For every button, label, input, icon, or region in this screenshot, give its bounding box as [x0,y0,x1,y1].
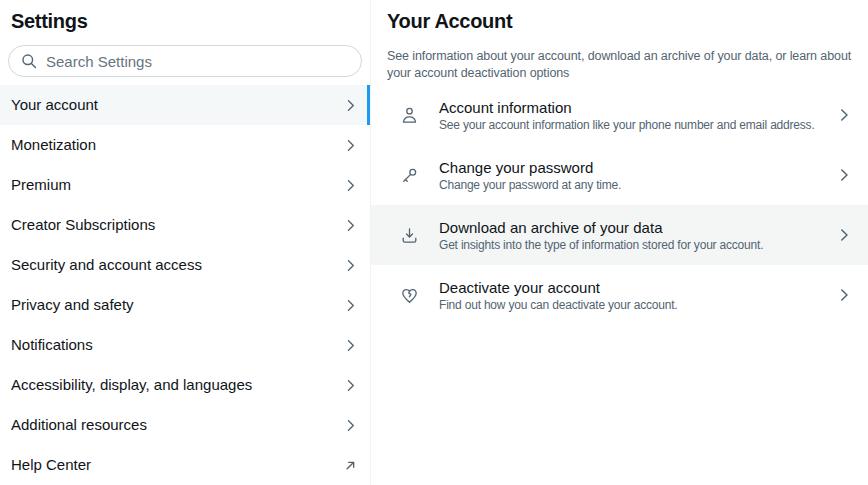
sidebar-item-label: Privacy and safety [11,295,344,315]
chevron-right-icon [837,108,851,122]
row-content: Change your password Change your passwor… [439,158,827,193]
settings-page: Settings Your account Monetization Premi… [0,0,868,485]
sidebar-item-monetization[interactable]: Monetization [0,125,370,165]
row-content: Deactivate your account Find out how you… [439,278,827,313]
row-title: Download an archive of your data [439,218,827,237]
row-title: Change your password [439,158,827,177]
person-icon [399,105,420,126]
sidebar-item-privacy-and-safety[interactable]: Privacy and safety [0,285,370,325]
chevron-right-icon [344,179,357,192]
sidebar-item-label: Additional resources [11,415,344,435]
row-subtitle: Get insights into the type of informatio… [439,237,827,253]
sidebar-item-label: Your account [11,95,344,115]
heart-broken-icon [399,285,420,306]
chevron-right-icon [344,259,357,272]
chevron-right-icon [344,219,357,232]
row-account-information[interactable]: Account information See your account inf… [371,85,868,145]
sidebar-item-premium[interactable]: Premium [0,165,370,205]
row-subtitle: Change your password at any time. [439,177,827,193]
chevron-right-icon [344,339,357,352]
sidebar-item-accessibility-display-languages[interactable]: Accessibility, display, and languages [0,365,370,405]
settings-search-box[interactable] [8,45,362,77]
sidebar-item-additional-resources[interactable]: Additional resources [0,405,370,445]
sidebar-item-label: Security and account access [11,255,344,275]
chevron-right-icon [837,288,851,302]
chevron-right-icon [837,168,851,182]
row-subtitle: See your account information like your p… [439,117,827,133]
row-deactivate-account[interactable]: Deactivate your account Find out how you… [371,265,868,325]
sidebar-item-label: Notifications [11,335,344,355]
chevron-right-icon [344,299,357,312]
row-title: Deactivate your account [439,278,827,297]
sidebar-item-your-account[interactable]: Your account [0,85,370,125]
download-icon [399,225,420,246]
key-icon [399,165,420,186]
row-change-your-password[interactable]: Change your password Change your passwor… [371,145,868,205]
search-input[interactable] [46,53,349,70]
panel-title: Your Account [371,0,868,33]
account-options-list: Account information See your account inf… [371,85,868,325]
row-download-archive[interactable]: Download an archive of your data Get ins… [371,205,868,265]
external-link-icon [344,459,357,472]
sidebar-item-label: Help Center [11,455,344,475]
search-icon [21,53,37,69]
settings-sidebar: Settings Your account Monetization Premi… [0,0,371,485]
your-account-panel: Your Account See information about your … [371,0,868,485]
sidebar-item-label: Creator Subscriptions [11,215,344,235]
sidebar-item-notifications[interactable]: Notifications [0,325,370,365]
sidebar-item-label: Accessibility, display, and languages [11,375,344,395]
chevron-right-icon [344,139,357,152]
row-subtitle: Find out how you can deactivate your acc… [439,297,827,313]
sidebar-item-security-and-account-access[interactable]: Security and account access [0,245,370,285]
chevron-right-icon [344,379,357,392]
sidebar-item-creator-subscriptions[interactable]: Creator Subscriptions [0,205,370,245]
sidebar-item-label: Premium [11,175,344,195]
sidebar-item-help-center[interactable]: Help Center [0,445,370,485]
settings-title: Settings [0,0,370,42]
chevron-right-icon [344,419,357,432]
chevron-right-icon [837,228,851,242]
row-content: Account information See your account inf… [439,98,827,133]
panel-description: See information about your account, down… [387,48,852,82]
sidebar-item-label: Monetization [11,135,344,155]
row-content: Download an archive of your data Get ins… [439,218,827,253]
settings-nav: Your account Monetization Premium Creato… [0,85,370,485]
chevron-right-icon [344,99,357,112]
row-title: Account information [439,98,827,117]
